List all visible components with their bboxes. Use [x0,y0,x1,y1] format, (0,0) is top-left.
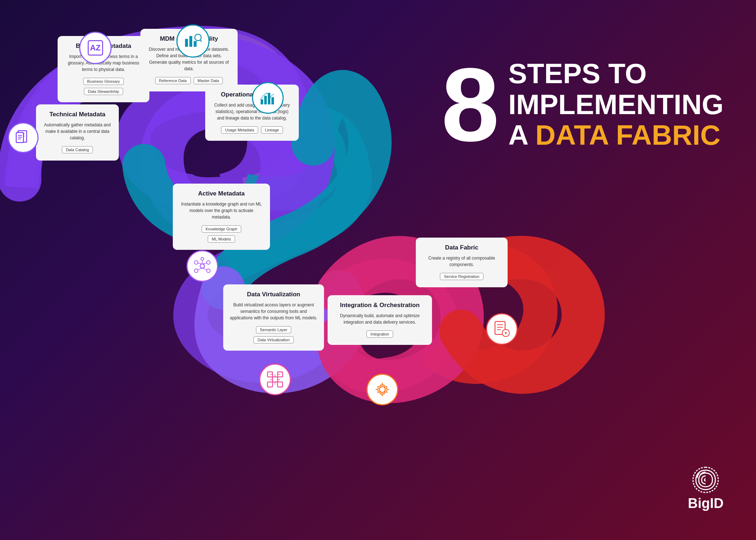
bigid-fingerprint-icon [689,464,722,496]
svg-rect-32 [267,382,273,387]
active-tags: Knowledge Graph ML Models [179,225,264,243]
card-data-virtualization: Data Virtualization Build virtualized ac… [223,284,324,351]
bar-chart-icon [259,89,276,107]
tag-integration: Integration [366,330,393,338]
registry-icon [493,320,511,338]
technical-title: Technical Metadata [42,111,112,118]
svg-rect-10 [185,39,188,47]
virtualization-title: Data Virtualization [230,291,318,298]
mdm-tags: Reference Data Master Data [147,76,231,85]
icon-business-metadata: AZ [79,32,112,64]
tag-lineage: Lineage [261,126,283,134]
active-desc: Instantiate a knowledge graph and run ML… [179,201,264,220]
svg-rect-11 [189,36,192,47]
title-line1: STEPS TO [508,58,724,89]
title-section: 8 STEPS TO IMPLEMENTING A DATA FABRIC [441,58,724,152]
svg-point-19 [200,264,204,268]
chart-magnify-icon [184,32,202,50]
card-integration-orchestration: Integration & Orchestration Dynamically … [328,295,432,345]
svg-point-24 [201,257,204,260]
tag-service-registration: Service Registration [440,273,483,280]
tag-data-stewardship: Data Stewardship [84,88,123,95]
business-tags: Business Glossary Data Stewardship [64,77,143,96]
tag-master-data: Master Data [194,77,223,84]
svg-point-21 [207,261,210,264]
bigid-logo: BigID [688,464,724,511]
icon-data-virtualization [259,364,291,395]
technical-tags: Data Catalog [42,145,112,154]
network-icon [193,257,211,275]
tag-ml-models: ML Models [208,235,235,243]
az-icon: AZ [86,39,104,57]
card-active-metadata: Active Metadata Instantiate a knowledge … [173,184,270,250]
svg-line-25 [198,263,202,264]
svg-line-14 [200,40,202,42]
virtualization-desc: Build virtualized access layers or augme… [230,302,318,321]
main-container: Technical Metadata Automatically gather … [0,0,756,540]
tag-business-glossary: Business Glossary [83,78,124,85]
card-technical-metadata: Technical Metadata Automatically gather … [36,104,119,161]
card-data-fabric: Data Fabric Create a registry of all com… [416,238,508,287]
datafabric-tags: Service Registration [422,272,501,281]
svg-point-41 [379,387,385,392]
tag-semantic-layer: Semantic Layer [256,326,291,333]
title-number: 8 [441,58,499,152]
svg-rect-12 [194,41,197,47]
svg-point-22 [194,269,198,273]
icon-mdm-quality [176,24,210,58]
svg-text:AZ: AZ [90,43,100,52]
title-line3a: A [508,119,535,151]
svg-line-28 [202,268,207,270]
svg-rect-15 [261,99,263,104]
icon-operational-metadata [252,82,284,114]
svg-rect-34 [273,377,278,382]
svg-line-27 [198,268,202,270]
icon-active-metadata [186,250,218,282]
technical-desc: Automatically gather metadata and make i… [42,122,112,141]
svg-rect-16 [264,96,267,104]
svg-point-23 [207,269,210,273]
virtualization-tags: Semantic Layer Data Virtualization [230,325,318,344]
datafabric-title: Data Fabric [422,244,501,251]
title-line2: IMPLEMENTING [508,89,724,120]
tag-reference-data: Reference Data [155,77,191,84]
title-line3b: DATA FABRIC [535,119,720,151]
icon-technical-metadata [8,122,39,153]
svg-point-13 [195,34,201,41]
grid-connect-icon [266,370,284,388]
operational-tags: Usage Metadata Lineage [212,126,292,134]
card-operational-metadata: Operational Metadata Collect and add usa… [205,85,299,141]
icon-data-fabric [486,313,518,345]
tag-data-virtualization: Data Virtualization [253,336,293,343]
svg-rect-33 [278,382,283,387]
icon-integration-orchestration [366,374,398,405]
datafabric-desc: Create a registry of all composable comp… [422,255,501,268]
integration-desc: Dynamically build, automate and optimize… [334,312,426,325]
gear-icon [373,381,391,399]
integration-title: Integration & Orchestration [334,302,426,309]
svg-rect-18 [271,97,274,104]
bigid-name: BigID [688,496,724,511]
tag-usage-metadata: Usage Metadata [221,126,258,134]
integration-tags: Integration [334,330,426,338]
svg-line-26 [202,263,207,264]
svg-point-20 [194,261,198,264]
tag-data-catalog: Data Catalog [62,146,93,153]
active-title: Active Metadata [179,190,264,197]
tag-knowledge-graph: Knowledge Graph [202,225,241,233]
document-icon [15,130,31,146]
